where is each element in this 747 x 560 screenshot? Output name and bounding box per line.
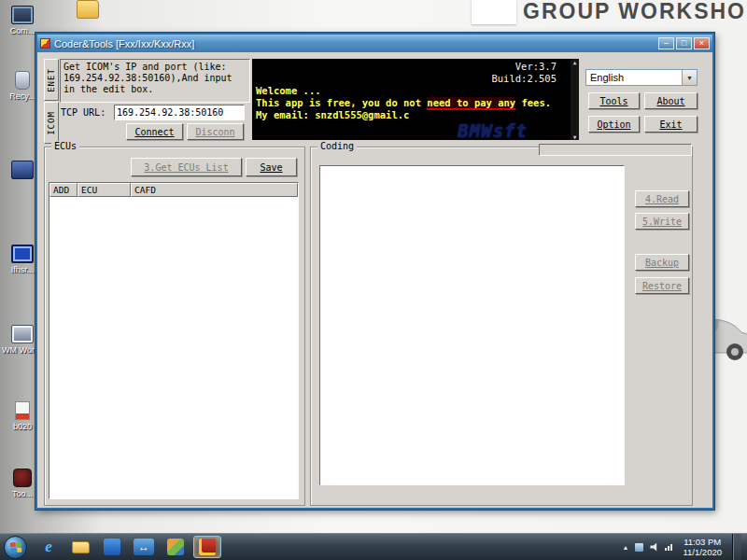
ecu-list-header: ADD ECU CAFD [49, 183, 298, 197]
tcp-url-label: TCP URL: [61, 107, 106, 118]
show-desktop-button[interactable] [732, 534, 741, 560]
console-line: This app is free, you do not need to pay… [256, 97, 575, 109]
folder-icon [72, 541, 90, 553]
teamviewer-icon [104, 539, 120, 555]
maximize-button[interactable]: □ [676, 37, 692, 49]
computer-icon [11, 6, 34, 24]
ie-icon: e [45, 538, 52, 556]
start-button[interactable] [4, 536, 27, 559]
exit-button[interactable]: Exit [644, 116, 698, 133]
close-button[interactable]: × [694, 37, 710, 49]
console-watermark: BMWsft [458, 125, 528, 137]
paint-icon [167, 539, 184, 555]
coding-status-field [539, 144, 692, 156]
read-button[interactable]: 4.Read [635, 190, 689, 207]
console-line-highlight: need to pay any [427, 97, 515, 110]
column-header-ecu[interactable]: ECU [78, 183, 131, 197]
app-icon [13, 469, 32, 487]
coder-tools-window: Coder&Tools [Fxx/Ixx/Kxx/Rxx] – □ × ENET… [35, 33, 714, 510]
window-title: Coder&Tools [Fxx/Ixx/Kxx/Rxx] [54, 38, 656, 49]
language-select[interactable]: English ▼ [585, 69, 698, 86]
tray-clock[interactable]: 11:03 PM 11/1/2020 [679, 537, 726, 557]
coding-group-title: Coding [317, 141, 357, 151]
taskbar-icon-teamviewer[interactable] [98, 536, 126, 558]
backup-button[interactable]: Backup [635, 254, 689, 271]
taskbar-icon-designer[interactable] [162, 536, 190, 558]
console-build: Build:2.505 [256, 73, 575, 85]
show-hidden-icons-button[interactable]: ▲ [623, 544, 629, 551]
taskbar-icon-sync[interactable]: ↔ [130, 536, 158, 558]
volume-icon[interactable] [650, 543, 658, 552]
console-line-part: This app is free, you do not [256, 97, 427, 108]
coding-list[interactable] [319, 165, 625, 485]
chevron-down-icon[interactable]: ▼ [682, 70, 697, 85]
save-button[interactable]: Save [246, 158, 297, 176]
app-icon [11, 325, 34, 343]
tab-icom[interactable]: ICOM [44, 102, 59, 144]
console-scrollbar[interactable]: ▲ ▼ [571, 59, 579, 140]
tray-app-icon[interactable] [635, 543, 643, 552]
app-icon [11, 161, 34, 179]
windows-logo-icon [9, 541, 21, 553]
taskbar-icon-internet-explorer[interactable]: e [35, 536, 63, 558]
tcp-url-input[interactable] [114, 105, 245, 120]
instruction-text: Get ICOM's IP and port (like: 169.254.92… [60, 59, 250, 103]
clock-time: 11:03 PM [683, 537, 722, 547]
console-line-part: fees. [515, 97, 551, 108]
column-header-cafd[interactable]: CAFD [131, 183, 298, 197]
console-log: Ver:3.7 Build:2.505 Welcome ... This app… [252, 59, 579, 140]
taskbar-icon-codertools-active[interactable] [193, 536, 221, 558]
tab-label: ICOM [47, 111, 56, 135]
minimize-button[interactable]: – [658, 37, 674, 49]
wallpaper-logo-box [472, 0, 516, 24]
scroll-down-icon[interactable]: ▼ [573, 133, 577, 140]
taskbar: e ↔ ▲ 11:03 PM 11/1/2020 [0, 533, 747, 560]
restore-button[interactable]: Restore [635, 277, 689, 294]
console-version: Ver:3.7 [256, 61, 575, 73]
tab-label: ENET [47, 68, 56, 92]
arrows-icon: ↔ [134, 539, 154, 555]
recycle-bin-icon [15, 71, 30, 90]
monitor-icon [11, 245, 34, 263]
desktop-icon-computer[interactable]: Com... [2, 6, 43, 35]
option-button[interactable]: Option [588, 116, 640, 133]
about-button[interactable]: About [644, 92, 698, 109]
app-icon [40, 38, 50, 49]
desktop-icon-folder[interactable] [67, 0, 108, 21]
get-ecus-list-button[interactable]: 3.Get ECUs List [131, 158, 242, 176]
disconnect-button[interactable]: Disconn [187, 123, 244, 140]
folder-icon [77, 0, 99, 19]
taskbar-icon-explorer[interactable] [66, 536, 94, 558]
document-icon [15, 401, 30, 420]
codertools-icon [199, 539, 216, 555]
desktop: GROUP WORKSHOP Com... Recy... Ifhsr... W… [0, 0, 747, 560]
tools-button[interactable]: Tools [588, 92, 640, 109]
console-line: Welcome ... [256, 85, 575, 97]
tab-enet[interactable]: ENET [44, 59, 59, 101]
scroll-up-icon[interactable]: ▲ [573, 59, 577, 65]
system-tray: ▲ 11:03 PM 11/1/2020 [623, 534, 747, 560]
language-value: English [590, 72, 624, 83]
ecu-list[interactable]: ADD ECU CAFD [49, 182, 299, 499]
ecus-group-title: ECUs [51, 141, 79, 151]
clock-date: 11/1/2020 [683, 547, 722, 557]
connect-button[interactable]: Connect [126, 123, 183, 140]
write-button[interactable]: 5.Write [635, 213, 689, 230]
wallpaper-title: GROUP WORKSHOP [523, 0, 747, 24]
title-bar[interactable]: Coder&Tools [Fxx/Ixx/Kxx/Rxx] – □ × [37, 35, 712, 52]
network-icon[interactable] [665, 544, 672, 551]
column-header-add[interactable]: ADD [49, 183, 78, 197]
